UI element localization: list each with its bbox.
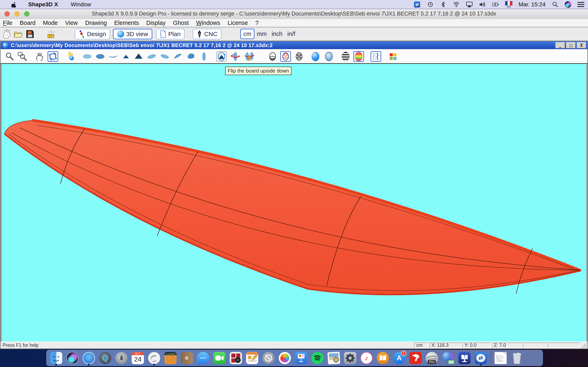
volume-icon[interactable] bbox=[479, 1, 486, 8]
design-mode-button[interactable]: Design bbox=[75, 29, 110, 39]
dock-messages[interactable]: ••• bbox=[196, 351, 210, 365]
siri-icon[interactable] bbox=[565, 1, 571, 8]
pan-hand-icon[interactable] bbox=[35, 51, 45, 62]
resize-grip[interactable] bbox=[581, 342, 587, 348]
menubar-item-window[interactable]: Window bbox=[71, 1, 91, 8]
dock-pages[interactable] bbox=[245, 351, 259, 365]
wireframe-sphere-icon[interactable] bbox=[267, 51, 278, 62]
color-settings-icon[interactable] bbox=[388, 51, 398, 62]
nose-view-icon[interactable] bbox=[133, 51, 144, 62]
perspective-right-icon[interactable] bbox=[159, 51, 170, 62]
document-titlebar[interactable]: C:\users\dennery\My Documents\Desktop\SE… bbox=[1, 42, 587, 49]
menu-file[interactable]: File bbox=[3, 20, 12, 26]
dock-remote-book[interactable] bbox=[458, 351, 471, 365]
wifi-icon[interactable] bbox=[453, 1, 460, 8]
menu-license[interactable]: License bbox=[227, 20, 248, 26]
menubar-clock[interactable]: Mar. 15:24 bbox=[519, 1, 545, 8]
dock-quicktime[interactable]: Q bbox=[98, 351, 112, 365]
flip-upside-down-icon[interactable] bbox=[244, 51, 255, 62]
menu-help[interactable]: ? bbox=[255, 20, 259, 26]
dock-wave-app[interactable] bbox=[147, 351, 161, 365]
dock-finder[interactable] bbox=[49, 351, 63, 365]
perspective-tail-icon[interactable] bbox=[173, 51, 183, 62]
apple-menu-icon[interactable] bbox=[11, 1, 17, 8]
menu-ghost[interactable]: Ghost bbox=[173, 20, 189, 26]
plan-mode-button[interactable]: Plan bbox=[156, 29, 185, 39]
dock-ibooks[interactable] bbox=[376, 351, 389, 365]
rocker-profile-icon[interactable] bbox=[108, 51, 119, 62]
perspective-nose-icon[interactable] bbox=[186, 51, 196, 62]
menu-view[interactable]: View bbox=[65, 20, 78, 26]
transparent-render-icon[interactable] bbox=[324, 51, 334, 62]
dock-itunes[interactable]: ♪ bbox=[360, 351, 373, 365]
measure-ruler-icon[interactable]: 1 0 bbox=[46, 28, 57, 40]
3d-view-mode-button[interactable]: 3D view bbox=[113, 29, 152, 39]
swap-nose-tail-icon[interactable] bbox=[216, 51, 227, 62]
mesh-sphere-icon[interactable] bbox=[294, 51, 304, 62]
outline-view-icon[interactable] bbox=[199, 51, 209, 62]
dock-google-earth[interactable]: Pro bbox=[425, 351, 439, 365]
solid-render-icon[interactable] bbox=[310, 51, 321, 62]
dock-contacts[interactable] bbox=[180, 351, 194, 365]
menubar-app-name[interactable]: Shape3D X bbox=[28, 1, 58, 8]
airplay-icon[interactable] bbox=[466, 1, 473, 8]
dock-preview[interactable] bbox=[327, 351, 341, 365]
dock-app-store[interactable]: A 1 bbox=[392, 351, 406, 365]
curvature-curves-icon[interactable] bbox=[371, 51, 381, 62]
menu-drawing[interactable]: Drawing bbox=[85, 20, 107, 26]
unit-inch-button[interactable]: inch bbox=[269, 29, 285, 39]
open-folder-icon[interactable] bbox=[13, 28, 24, 40]
dock-facetime[interactable] bbox=[213, 351, 226, 365]
tail-view-icon[interactable] bbox=[121, 51, 131, 62]
dock-calendar[interactable]: OCT.24 bbox=[131, 351, 145, 365]
dock-photos[interactable] bbox=[278, 351, 292, 365]
notification-list-icon[interactable] bbox=[577, 2, 584, 7]
cnc-mode-button[interactable]: CNC bbox=[193, 29, 222, 39]
zoom-icon[interactable] bbox=[4, 51, 15, 62]
unit-cm-button[interactable]: cm bbox=[240, 29, 254, 39]
doc-minimize-button[interactable]: _ bbox=[555, 42, 565, 48]
menu-mode[interactable]: Mode bbox=[43, 20, 58, 26]
search-icon[interactable] bbox=[552, 1, 559, 8]
board-top-view-icon[interactable] bbox=[82, 51, 93, 62]
perspective-left-icon[interactable] bbox=[146, 51, 157, 62]
doc-close-button[interactable]: X bbox=[577, 42, 586, 48]
dock-siri[interactable] bbox=[66, 351, 79, 365]
dock-blocked-app[interactable] bbox=[262, 351, 275, 365]
dock-teamviewer[interactable]: ⇄ bbox=[474, 351, 488, 365]
dock-trash[interactable] bbox=[510, 351, 524, 365]
zebra-render-icon[interactable] bbox=[340, 51, 351, 62]
menu-display[interactable]: Display bbox=[146, 20, 165, 26]
battery-icon[interactable] bbox=[492, 1, 499, 8]
time-machine-icon[interactable] bbox=[427, 1, 434, 8]
light-icon[interactable] bbox=[66, 51, 76, 62]
teamviewer-icon[interactable]: ⇄ bbox=[414, 1, 421, 8]
save-icon[interactable] bbox=[24, 28, 35, 40]
dock-safari[interactable] bbox=[82, 351, 95, 365]
dock-spotify[interactable] bbox=[311, 351, 324, 365]
board-bottom-view-icon[interactable] bbox=[95, 51, 105, 62]
bluetooth-icon[interactable] bbox=[440, 1, 447, 8]
rotate-board-icon[interactable] bbox=[230, 51, 241, 62]
zoom-window-icon[interactable] bbox=[17, 51, 27, 62]
wireframe-sections-icon[interactable] bbox=[280, 51, 291, 62]
doc-maximize-button[interactable]: □ bbox=[566, 42, 576, 48]
dock-calculator[interactable]: 3.141593 bbox=[164, 351, 177, 365]
dock-remote-transfer[interactable] bbox=[441, 351, 455, 365]
rainbow-render-icon[interactable] bbox=[354, 51, 364, 62]
3d-canvas[interactable] bbox=[1, 64, 587, 342]
unit-inf-button[interactable]: in/f bbox=[285, 29, 298, 39]
dock-keynote[interactable] bbox=[294, 351, 308, 365]
rotate-3d-icon[interactable] bbox=[48, 51, 58, 62]
dock-sketchup[interactable] bbox=[409, 351, 422, 365]
menu-windows[interactable]: Windows bbox=[196, 20, 220, 26]
new-board-glove-icon[interactable] bbox=[1, 28, 13, 40]
dock-system-preferences[interactable] bbox=[343, 351, 357, 365]
menu-elements[interactable]: Elements bbox=[114, 20, 139, 26]
dock-photo-booth[interactable] bbox=[229, 351, 242, 365]
dock-launchpad[interactable] bbox=[115, 351, 128, 365]
dock-document-file[interactable] bbox=[494, 351, 507, 365]
unit-mm-button[interactable]: mm bbox=[254, 29, 269, 39]
menu-board[interactable]: Board bbox=[20, 20, 35, 26]
keyboard-flag-fr-icon[interactable]: 123 bbox=[505, 1, 512, 8]
